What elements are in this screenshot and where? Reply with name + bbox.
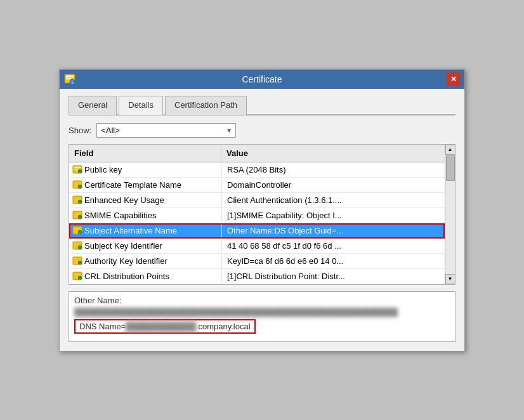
scroll-up-button[interactable]: ▲ <box>445 145 455 155</box>
dns-label: DNS Name= <box>79 322 126 331</box>
scroll-track[interactable] <box>445 155 455 274</box>
tab-certification-path[interactable]: Certification Path <box>165 96 247 115</box>
row-field-ski: Subject Key Identifier <box>83 239 221 253</box>
dns-suffix: .company.local <box>196 322 251 331</box>
detail-box: Other Name: ████████████████████████████… <box>69 291 455 342</box>
title-bar: ✓ Certificate ✕ <box>60 70 464 89</box>
table-row[interactable]: ↓ Public key RSA (2048 Bits) <box>69 162 445 178</box>
svg-text:↓: ↓ <box>79 231 81 235</box>
table-body: ↓ Public key RSA (2048 Bits) <box>69 162 445 284</box>
row-value-public-key: RSA (2048 Bits) <box>221 163 445 176</box>
svg-text:↓: ↓ <box>79 185 81 189</box>
svg-rect-6 <box>74 167 81 168</box>
row-icon-public-key: ↓ <box>69 164 83 174</box>
detail-blurred-content: ████████████████████████████████████████… <box>74 308 450 317</box>
row-value-san: Other Name:DS Object Guid=... <box>221 224 445 237</box>
row-icon-cert-template: ↓ <box>69 180 83 190</box>
window-title: Certificate <box>242 74 282 84</box>
table-row[interactable]: ↓ Subject Key Identifier 41 40 68 58 df … <box>69 239 445 254</box>
window-content: General Details Certification Path Show:… <box>60 89 464 351</box>
svg-text:↓: ↓ <box>79 277 81 280</box>
row-field-crl: CRL Distribution Points <box>83 270 221 283</box>
show-select-wrapper[interactable]: <All> Version 1 Fields Only Extensions O… <box>96 123 236 138</box>
show-row: Show: <All> Version 1 Fields Only Extens… <box>69 123 455 138</box>
table-row[interactable]: ↓ Authority Key Identifier KeyID=ca 6f d… <box>69 254 445 269</box>
row-icon-smime: ↓ <box>69 210 83 220</box>
table-row[interactable]: ↓ CRL Distribution Points [1]CRL Distrib… <box>69 269 445 284</box>
row-field-cert-template: Certificate Template Name <box>83 178 221 192</box>
row-value-smime: [1]SMIME Capability: Object I... <box>221 209 445 222</box>
row-value-ski: 41 40 68 58 df c5 1f d0 f6 6d ... <box>221 239 445 253</box>
row-icon-ski: ↓ <box>69 240 83 251</box>
table-header: Field Value <box>69 145 445 162</box>
row-field-eku: Enhanced Key Usage <box>83 194 221 207</box>
show-select[interactable]: <All> Version 1 Fields Only Extensions O… <box>96 123 236 138</box>
svg-text:↓: ↓ <box>79 200 81 204</box>
row-value-cert-template: DomainController <box>221 178 445 192</box>
dns-name-highlight: DNS Name=████████████.company.local <box>74 319 256 334</box>
app-icon: ✓ <box>63 73 76 86</box>
row-icon-san: ↓ <box>69 225 83 235</box>
svg-text:↓: ↓ <box>79 170 81 174</box>
table-scrollbar[interactable]: ▲ ▼ <box>445 145 455 284</box>
scroll-thumb[interactable] <box>446 155 455 181</box>
row-value-eku: Client Authentication (1.3.6.1.... <box>221 194 445 207</box>
table-row[interactable]: ↓ Enhanced Key Usage Client Authenticati… <box>69 193 445 208</box>
table-row-subject-alt-name[interactable]: ↓ Subject Alternative Name Other Name:DS… <box>69 223 445 239</box>
certificate-window: ✓ Certificate ✕ General Details Certific… <box>59 69 465 351</box>
show-label: Show: <box>69 126 91 135</box>
col-value-header: Value <box>221 147 445 159</box>
row-field-public-key: Public key <box>83 163 221 176</box>
row-field-smime: SMIME Capabilities <box>83 209 221 222</box>
row-field-san: Subject Alternative Name <box>83 224 221 237</box>
dns-blurred: ████████████ <box>126 322 196 331</box>
svg-text:↓: ↓ <box>79 246 81 250</box>
svg-text:✓: ✓ <box>71 81 74 85</box>
svg-text:↓: ↓ <box>79 216 81 220</box>
tab-general[interactable]: General <box>69 96 117 115</box>
svg-rect-1 <box>66 75 74 77</box>
tab-details[interactable]: Details <box>119 96 163 115</box>
row-field-aki: Authority Key Identifier <box>83 254 221 268</box>
fields-table: Field Value <box>69 144 455 285</box>
table-row[interactable]: ↓ SMIME Capabilities [1]SMIME Capability… <box>69 208 445 223</box>
title-bar-left: ✓ <box>63 73 76 86</box>
row-icon-crl: ↓ <box>69 271 83 281</box>
table-row[interactable]: ↓ Certificate Template Name DomainContro… <box>69 178 445 193</box>
svg-rect-7 <box>74 169 79 170</box>
row-icon-aki: ↓ <box>69 256 83 266</box>
col-field-header: Field <box>69 147 221 159</box>
svg-text:↓: ↓ <box>79 261 81 265</box>
svg-rect-2 <box>66 78 71 79</box>
row-value-aki: KeyID=ca 6f d6 6d e6 e0 14 0... <box>221 254 445 268</box>
tab-bar: General Details Certification Path <box>69 95 455 115</box>
other-name-label: Other Name: <box>74 296 450 305</box>
scroll-down-button[interactable]: ▼ <box>445 274 455 284</box>
row-value-crl: [1]CRL Distribution Point: Distr... <box>221 270 445 283</box>
row-icon-eku: ↓ <box>69 195 83 205</box>
close-button[interactable]: ✕ <box>447 72 461 86</box>
